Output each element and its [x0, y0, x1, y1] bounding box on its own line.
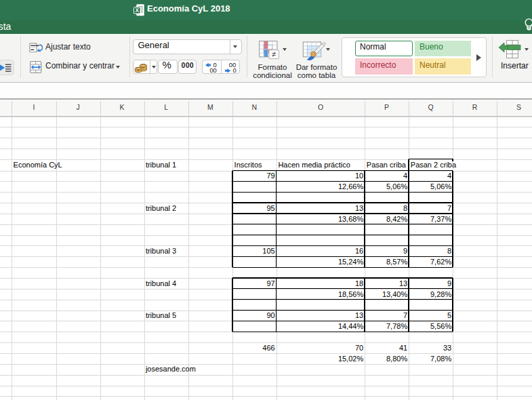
svg-text:0: 0: [232, 67, 236, 75]
svg-text:X: X: [135, 7, 139, 14]
svg-text:≠: ≠: [272, 50, 276, 58]
svg-text:00: 00: [209, 67, 216, 75]
